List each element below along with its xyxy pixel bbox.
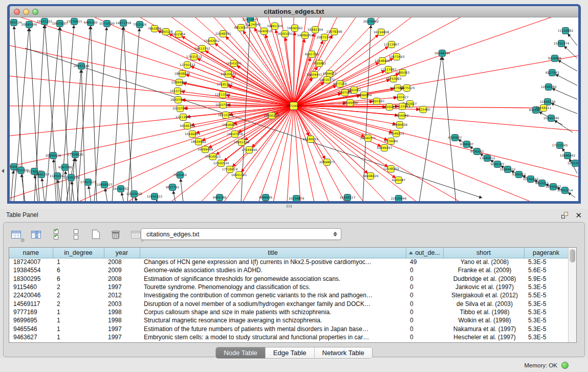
graph-edge-black[interactable] [94,28,106,201]
divider-grip-icon[interactable] [287,205,293,208]
table-cell[interactable]: Investigating the contribution of common… [140,291,406,299]
table-cell[interactable]: 14569117 [9,299,53,308]
table-row[interactable]: 1830029562008Estimation of significance … [9,275,568,283]
table-cell[interactable]: 1 [53,324,104,333]
table-cell[interactable]: Tourette syndrome. Phenomenology and cla… [140,283,406,291]
table-cell[interactable]: 0 [406,266,443,274]
table-cell[interactable]: 18300295 [9,275,53,283]
table-row[interactable]: 946362711997Embryonic stem cells: a mode… [9,333,568,341]
table-cell[interactable]: 0 [406,324,443,333]
graph-edge-black[interactable] [569,193,575,198]
show-columns-icon[interactable] [29,228,43,241]
table-cell[interactable]: 5.3E-5 [524,299,568,308]
table-cell[interactable]: 6 [53,266,104,274]
table-scrollbar[interactable] [568,248,576,342]
split-pane-divider[interactable] [0,204,588,209]
graph-edge-black[interactable] [25,48,482,198]
table-cell[interactable]: 5.5E-5 [524,291,568,299]
table-cell[interactable]: 9699695 [9,316,53,324]
graph-edge-black[interactable] [21,174,25,201]
table-cell[interactable]: 1997 [104,333,140,341]
table-cell[interactable]: 49 [406,258,443,266]
table-cell[interactable]: Disruption of a novel member of a sodium… [140,299,406,308]
graph-edge-black[interactable] [105,189,107,201]
float-panel-icon[interactable] [561,212,568,218]
table-cell[interactable]: 1998 [104,308,140,316]
graph-edge-red[interactable] [183,83,294,106]
table-row[interactable]: 1938455462009Genome-wide association stu… [9,266,568,274]
table-row[interactable]: 977716911998Corpus callosum shape and si… [9,308,568,316]
graph-edge-red[interactable] [294,106,578,201]
table-row[interactable]: 946554611997Estimation of the future num… [9,324,568,333]
graph-edge-black[interactable] [136,198,137,201]
graph-edge-black[interactable] [419,57,442,201]
table-row[interactable]: 2242004622012Investigating the contribut… [9,291,568,299]
graph-edge-red[interactable] [10,36,294,106]
close-panel-icon[interactable]: ✕ [575,211,582,219]
table-cell[interactable]: 2009 [104,266,140,274]
graph-edge-black[interactable] [76,159,78,201]
graph-edge-red[interactable] [294,106,578,164]
table-cell[interactable]: 0 [406,308,443,316]
table-cell[interactable]: Stergiakouli et al. (2012) [443,291,524,299]
graph-edge-red[interactable] [294,106,364,137]
table-cell[interactable]: 2003 [104,299,140,308]
table-cell[interactable]: Franke et al. (2009) [443,266,524,274]
table-cell[interactable]: 2 [53,291,104,299]
table-row[interactable]: 969969511998Structural magnetic resonanc… [9,316,568,324]
network-canvas[interactable]: 1395572420691406195012011065328715276021… [10,17,578,201]
graph-edge-black[interactable] [11,171,13,201]
table-cell[interactable]: 5.6E-5 [524,266,568,274]
table-cell[interactable]: Jankovic et al. (1997) [443,283,524,291]
table-cell[interactable]: Embryonic stem cells: a model to study s… [140,333,406,341]
graph-edge-red[interactable] [294,106,578,201]
graph-edge-black[interactable] [112,27,123,201]
column-header-pagerank[interactable]: pagerank [524,248,568,258]
graph-edge-red[interactable] [169,34,294,106]
table-cell[interactable]: de Silva et al. (2003) [443,299,524,308]
table-cell[interactable]: 1997 [104,283,140,291]
table-cell[interactable]: Hescheler et al. (1997) [443,333,524,341]
memory-indicator-icon[interactable] [561,362,569,369]
table-row[interactable]: 1872400712008Changes of HCN gene express… [9,258,568,266]
graph-edge-black[interactable] [14,27,24,201]
graph-edge-red[interactable] [294,106,325,159]
table-cell[interactable]: 1998 [104,316,140,324]
table-cell[interactable]: 18724007 [9,258,53,266]
panel-collapse-arrow[interactable] [2,169,4,173]
table-cell[interactable]: 0 [406,333,443,341]
graph-edge-black[interactable] [91,27,97,201]
table-cell[interactable]: Tibbo et al. (1998) [443,308,524,316]
graph-edge-red[interactable] [294,106,387,140]
table-cell[interactable]: 22420046 [9,291,53,299]
graph-edge-black[interactable] [42,179,45,201]
graph-edge-black[interactable] [564,46,577,58]
table-cell[interactable]: 1 [53,333,104,341]
graph-edge-red[interactable] [294,106,578,201]
table-cell[interactable]: 2008 [104,258,140,266]
table-cell[interactable]: 5.9E-5 [524,275,568,283]
scrollbar-thumb[interactable] [570,249,575,262]
table-cell[interactable]: 5.3E-5 [524,308,568,316]
table-cell[interactable]: Changes of HCN gene expression and I(f) … [140,258,406,266]
graph-edge-black[interactable] [77,27,90,201]
table-cell[interactable]: 0 [406,275,443,283]
table-cell[interactable]: Genome-wide association studies in ADHD. [140,266,406,274]
graph-edge-black[interactable] [181,179,183,201]
graph-edge-black[interactable] [54,160,56,201]
table-cell[interactable]: 5.3E-5 [524,316,568,324]
table-cell[interactable]: 1997 [104,324,140,333]
new-table-icon[interactable] [89,228,103,241]
table-cell[interactable]: 9777169 [9,308,53,316]
table-cell[interactable]: 0 [406,283,443,291]
table-cell[interactable]: 9465546 [9,324,53,333]
graph-edge-black[interactable] [71,70,81,201]
table-cell[interactable]: 9115460 [9,283,53,291]
table-cell[interactable]: 2 [53,283,104,291]
graph-edge-red[interactable] [294,106,521,201]
graph-edge-red[interactable] [294,106,578,201]
column-header-out-de-[interactable]: out_de... [406,248,443,258]
graph-edge-black[interactable] [551,103,577,114]
select-all-icon[interactable]: ✔ ✔ [49,228,63,241]
tab-node-table[interactable]: Node Table [216,347,266,358]
